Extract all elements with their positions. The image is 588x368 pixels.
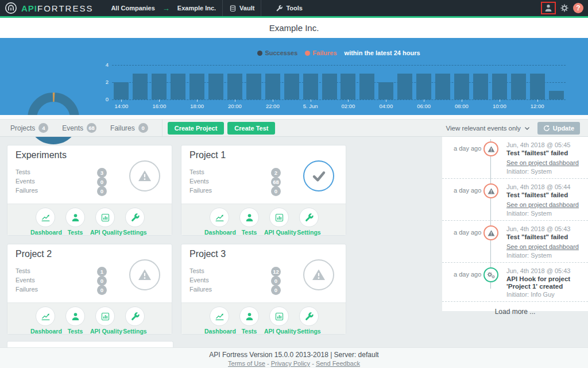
event-time-ago: a day ago xyxy=(454,145,481,152)
nav-company[interactable]: Example Inc. xyxy=(171,0,222,16)
x-tick xyxy=(311,99,311,102)
api-quality-button[interactable]: API Quality xyxy=(90,306,120,334)
x-tick-label: 14:00 xyxy=(109,103,134,109)
api-quality-icon xyxy=(274,312,284,321)
failures-count-badge: 0 xyxy=(138,123,148,133)
event-title: Test "failtest" failed xyxy=(506,233,583,241)
breadcrumb-arrow-icon: → xyxy=(161,0,171,16)
load-more-button[interactable]: Load more ... xyxy=(442,302,588,321)
project-stats: Tests2 Events68 Failures0 xyxy=(189,168,293,196)
project-card-title[interactable]: Experiments xyxy=(16,150,67,160)
stat-badge: 0 xyxy=(97,177,107,187)
api-quality-button[interactable]: API Quality xyxy=(264,306,294,334)
events-sidebar: a day ago Jun, 4th 2018 @ 05:45 Test "fa… xyxy=(442,137,588,311)
x-tick xyxy=(537,99,538,102)
warning-triangle-icon xyxy=(488,187,495,195)
project-card-project-2: Project 2 Tests1 Events0 Failures0 Dashb… xyxy=(7,244,172,335)
warning-triangle-icon xyxy=(312,268,326,282)
toolbar-divider xyxy=(162,120,163,136)
nav-all-companies[interactable]: All Companies xyxy=(105,0,161,16)
tests-button[interactable]: Tests xyxy=(60,208,90,235)
dashboard-button[interactable]: Dashboard xyxy=(30,208,60,235)
card-actions: Dashboard Tests API Quality Settings xyxy=(181,302,346,334)
legend-failures: Failures xyxy=(312,49,336,56)
failures-dot-icon xyxy=(305,51,310,56)
event-initiator: Initiator: System xyxy=(506,210,583,217)
dashboard-button[interactable]: Dashboard xyxy=(204,208,234,235)
warning-triangle-icon xyxy=(488,229,495,237)
x-tick-label: 12:00 xyxy=(525,103,550,109)
events-filter-dropdown[interactable]: View relevant events only xyxy=(446,125,531,132)
footer-separator: - xyxy=(312,360,314,367)
api-quality-button[interactable]: API Quality xyxy=(90,208,120,235)
tests-button[interactable]: Tests xyxy=(234,306,264,334)
project-card-title[interactable]: Project 2 xyxy=(16,249,52,259)
x-tick-label: 02:00 xyxy=(335,103,361,109)
events-bar-chart: 14:0016:0018:0020:0022:005. Jun02:0004:0… xyxy=(112,65,566,99)
send-feedback-link[interactable]: Send Feedback xyxy=(316,360,360,367)
dashboard-button[interactable]: Dashboard xyxy=(204,306,234,334)
project-card-title[interactable]: Project 1 xyxy=(189,150,226,160)
gridline xyxy=(112,65,566,66)
settings-button[interactable]: Settings xyxy=(294,306,324,334)
apifortress-logo[interactable]: APIFORTRESS xyxy=(5,2,93,14)
update-button[interactable]: Update xyxy=(537,122,580,135)
gear-icon xyxy=(560,3,569,13)
stat-badge: 2 xyxy=(271,168,281,178)
x-tick-label: 08:00 xyxy=(449,103,474,109)
chart-bar xyxy=(133,74,148,99)
app-root: APIFORTRESS All Companies → Example Inc.… xyxy=(0,0,588,368)
vault-icon xyxy=(229,5,237,12)
settings-wrench-icon xyxy=(304,213,314,223)
tests-button[interactable]: Tests xyxy=(60,306,90,334)
create-test-button[interactable]: Create Test xyxy=(227,122,275,135)
stat-badge: 0 xyxy=(97,276,107,286)
nav-tools[interactable]: Tools xyxy=(269,0,309,16)
project-stats: Tests1 Events0 Failures0 xyxy=(16,267,119,295)
settings-button[interactable] xyxy=(560,3,569,13)
chart-bar xyxy=(284,74,299,99)
event-initiator: Initiator: System xyxy=(506,168,583,175)
project-card-title[interactable]: Project 3 xyxy=(189,249,226,259)
dashboard-icon xyxy=(215,213,225,223)
nav-vault[interactable]: Vault xyxy=(223,0,261,16)
api-quality-icon xyxy=(274,213,284,223)
create-project-button[interactable]: Create Project xyxy=(168,122,225,135)
event-dashboard-link[interactable]: See on project dashboard xyxy=(506,201,579,208)
card-actions: Dashboard Tests API Quality Settings xyxy=(7,204,172,235)
apifortress-logo-text: APIFORTRESS xyxy=(21,3,93,13)
status-warning-indicator xyxy=(303,259,334,290)
chart-bar xyxy=(303,74,318,99)
top-navbar: APIFORTRESS All Companies → Example Inc.… xyxy=(0,0,588,18)
profile-button[interactable] xyxy=(541,2,556,14)
event-dashboard-link[interactable]: See on project dashboard xyxy=(506,159,579,166)
help-button[interactable]: ? xyxy=(573,3,583,13)
counters: Projects4 Events68 Failures0 xyxy=(10,123,162,133)
api-quality-button[interactable]: API Quality xyxy=(264,208,294,235)
chart-bar xyxy=(265,74,280,99)
event-dashboard-link[interactable]: See on project dashboard xyxy=(506,243,579,250)
project-stats: Tests3 Events0 Failures0 xyxy=(16,168,119,196)
x-tick-label: 06:00 xyxy=(411,103,436,109)
x-tick xyxy=(121,99,122,102)
chart-bar xyxy=(114,82,129,99)
dashboard-button[interactable]: Dashboard xyxy=(30,306,60,334)
tests-button[interactable]: Tests xyxy=(234,208,264,235)
api-quality-icon xyxy=(100,312,110,321)
privacy-policy-link[interactable]: Privacy Policy xyxy=(271,360,310,367)
footer-links: Terms of Use - Privacy Policy - Send Fee… xyxy=(0,360,588,367)
terms-of-use-link[interactable]: Terms of Use xyxy=(228,360,265,367)
settings-button[interactable]: Settings xyxy=(120,208,150,235)
settings-button[interactable]: Settings xyxy=(294,208,324,235)
stat-badge: 68 xyxy=(271,177,281,187)
metrics-hero: Successes Failures within the latest 24 … xyxy=(0,38,588,115)
chart-bar xyxy=(322,74,337,99)
project-card-project-3: Project 3 Tests12 Events0 Failures0 Dash… xyxy=(181,244,346,335)
version-info: API Fortress Version 15.0.0 2013-2018 | … xyxy=(0,351,588,359)
footer-separator: - xyxy=(267,360,269,367)
settings-button[interactable]: Settings xyxy=(120,306,150,334)
stat-badge: 0 xyxy=(271,186,281,196)
refresh-icon xyxy=(543,125,550,132)
navbar-actions: ? xyxy=(541,2,583,14)
stat-badge: 1 xyxy=(97,267,107,277)
